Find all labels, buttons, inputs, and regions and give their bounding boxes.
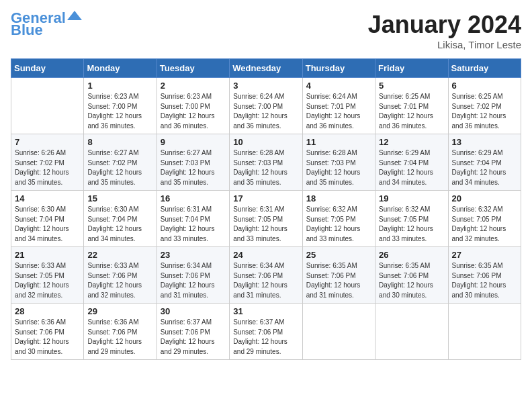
day-info: Sunrise: 6:30 AMSunset: 7:04 PMDaylight:… [87,205,152,244]
day-info: Sunrise: 6:24 AMSunset: 7:01 PMDaylight:… [306,92,371,131]
day-number: 10 [233,137,298,147]
month-title: January 2024 [368,11,521,39]
calendar-cell: 15Sunrise: 6:30 AMSunset: 7:04 PMDayligh… [84,191,157,247]
day-number: 13 [452,137,517,147]
day-number: 6 [452,81,517,91]
day-info: Sunrise: 6:32 AMSunset: 7:05 PMDaylight:… [306,205,371,244]
weekday-header-monday: Monday [84,59,157,78]
day-number: 1 [87,81,152,91]
logo: General Blue [11,11,82,38]
calendar-cell: 24Sunrise: 6:34 AMSunset: 7:06 PMDayligh… [230,247,302,304]
day-number: 14 [15,193,80,203]
week-row-5: 28Sunrise: 6:36 AMSunset: 7:06 PMDayligh… [11,304,521,360]
calendar-cell [448,304,521,360]
day-number: 23 [161,250,226,260]
calendar-cell: 11Sunrise: 6:28 AMSunset: 7:03 PMDayligh… [302,134,375,191]
calendar-cell: 6Sunrise: 6:25 AMSunset: 7:02 PMDaylight… [448,78,521,134]
weekday-header-tuesday: Tuesday [157,59,229,78]
day-info: Sunrise: 6:29 AMSunset: 7:04 PMDaylight:… [452,148,517,187]
day-info: Sunrise: 6:36 AMSunset: 7:06 PMDaylight:… [15,318,80,357]
calendar-cell: 14Sunrise: 6:30 AMSunset: 7:04 PMDayligh… [11,191,84,247]
day-info: Sunrise: 6:33 AMSunset: 7:06 PMDaylight:… [87,261,152,300]
calendar-cell: 10Sunrise: 6:28 AMSunset: 7:03 PMDayligh… [230,134,302,191]
calendar-cell: 26Sunrise: 6:35 AMSunset: 7:06 PMDayligh… [375,247,448,304]
day-info: Sunrise: 6:37 AMSunset: 7:06 PMDaylight:… [233,318,298,357]
calendar-cell: 30Sunrise: 6:37 AMSunset: 7:06 PMDayligh… [157,304,229,360]
day-number: 4 [306,81,371,91]
calendar-cell: 8Sunrise: 6:27 AMSunset: 7:02 PMDaylight… [84,134,157,191]
day-number: 21 [15,250,80,260]
calendar-cell: 17Sunrise: 6:31 AMSunset: 7:05 PMDayligh… [230,191,302,247]
day-number: 31 [233,306,298,316]
day-info: Sunrise: 6:24 AMSunset: 7:00 PMDaylight:… [233,92,298,131]
calendar-cell: 22Sunrise: 6:33 AMSunset: 7:06 PMDayligh… [84,247,157,304]
calendar-cell: 13Sunrise: 6:29 AMSunset: 7:04 PMDayligh… [448,134,521,191]
day-info: Sunrise: 6:23 AMSunset: 7:00 PMDaylight:… [161,92,226,131]
day-info: Sunrise: 6:29 AMSunset: 7:04 PMDaylight:… [379,148,444,187]
day-info: Sunrise: 6:34 AMSunset: 7:06 PMDaylight:… [233,261,298,300]
weekday-header-row: SundayMondayTuesdayWednesdayThursdayFrid… [11,59,521,78]
day-number: 17 [233,193,298,203]
calendar-cell: 28Sunrise: 6:36 AMSunset: 7:06 PMDayligh… [11,304,84,360]
day-number: 29 [87,306,152,316]
day-number: 30 [161,306,226,316]
calendar-cell: 3Sunrise: 6:24 AMSunset: 7:00 PMDaylight… [230,78,302,134]
calendar-cell: 9Sunrise: 6:27 AMSunset: 7:03 PMDaylight… [157,134,229,191]
calendar-cell [302,304,375,360]
calendar-cell [11,78,84,134]
calendar-cell: 1Sunrise: 6:23 AMSunset: 7:00 PMDaylight… [84,78,157,134]
day-info: Sunrise: 6:27 AMSunset: 7:03 PMDaylight:… [161,148,226,187]
day-number: 12 [379,137,444,147]
day-number: 18 [306,193,371,203]
day-number: 8 [87,137,152,147]
weekday-header-friday: Friday [375,59,448,78]
day-info: Sunrise: 6:27 AMSunset: 7:02 PMDaylight:… [87,148,152,187]
day-number: 26 [379,250,444,260]
calendar-cell [375,304,448,360]
calendar-cell: 25Sunrise: 6:35 AMSunset: 7:06 PMDayligh… [302,247,375,304]
day-info: Sunrise: 6:31 AMSunset: 7:04 PMDaylight:… [161,205,226,244]
day-number: 16 [161,193,226,203]
calendar-cell: 27Sunrise: 6:35 AMSunset: 7:06 PMDayligh… [448,247,521,304]
page-header: General Blue January 2024 Likisa, Timor … [11,11,521,50]
day-info: Sunrise: 6:26 AMSunset: 7:02 PMDaylight:… [15,148,80,187]
day-number: 28 [15,306,80,316]
day-number: 7 [15,137,80,147]
week-row-4: 21Sunrise: 6:33 AMSunset: 7:05 PMDayligh… [11,247,521,304]
weekday-header-sunday: Sunday [11,59,84,78]
day-info: Sunrise: 6:32 AMSunset: 7:05 PMDaylight:… [379,205,444,244]
day-info: Sunrise: 6:36 AMSunset: 7:06 PMDaylight:… [87,318,152,357]
day-number: 5 [379,81,444,91]
day-number: 19 [379,193,444,203]
day-info: Sunrise: 6:30 AMSunset: 7:04 PMDaylight:… [15,205,80,244]
calendar-cell: 23Sunrise: 6:34 AMSunset: 7:06 PMDayligh… [157,247,229,304]
day-number: 27 [452,250,517,260]
day-info: Sunrise: 6:35 AMSunset: 7:06 PMDaylight:… [306,261,371,300]
day-number: 22 [87,250,152,260]
day-info: Sunrise: 6:35 AMSunset: 7:06 PMDaylight:… [379,261,444,300]
week-row-2: 7Sunrise: 6:26 AMSunset: 7:02 PMDaylight… [11,134,521,191]
day-number: 11 [306,137,371,147]
logo-icon [67,11,82,21]
day-info: Sunrise: 6:37 AMSunset: 7:06 PMDaylight:… [161,318,226,357]
week-row-1: 1Sunrise: 6:23 AMSunset: 7:00 PMDaylight… [11,78,521,134]
weekday-header-wednesday: Wednesday [230,59,302,78]
day-number: 25 [306,250,371,260]
day-number: 24 [233,250,298,260]
day-info: Sunrise: 6:33 AMSunset: 7:05 PMDaylight:… [15,261,80,300]
day-info: Sunrise: 6:23 AMSunset: 7:00 PMDaylight:… [87,92,152,131]
calendar-cell: 16Sunrise: 6:31 AMSunset: 7:04 PMDayligh… [157,191,229,247]
day-info: Sunrise: 6:25 AMSunset: 7:01 PMDaylight:… [379,92,444,131]
day-number: 9 [161,137,226,147]
calendar-cell: 12Sunrise: 6:29 AMSunset: 7:04 PMDayligh… [375,134,448,191]
day-info: Sunrise: 6:25 AMSunset: 7:02 PMDaylight:… [452,92,517,131]
location: Likisa, Timor Leste [368,39,521,50]
day-info: Sunrise: 6:35 AMSunset: 7:06 PMDaylight:… [452,261,517,300]
calendar-cell: 20Sunrise: 6:32 AMSunset: 7:05 PMDayligh… [448,191,521,247]
weekday-header-thursday: Thursday [302,59,375,78]
day-info: Sunrise: 6:31 AMSunset: 7:05 PMDaylight:… [233,205,298,244]
day-number: 20 [452,193,517,203]
svg-marker-0 [67,11,82,20]
week-row-3: 14Sunrise: 6:30 AMSunset: 7:04 PMDayligh… [11,191,521,247]
day-number: 3 [233,81,298,91]
